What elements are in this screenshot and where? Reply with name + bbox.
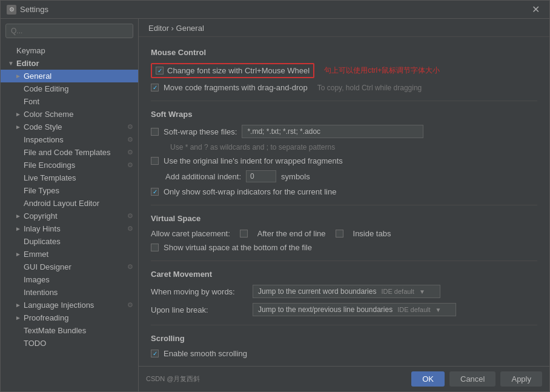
sidebar-item-color-scheme[interactable]: ► Color Scheme [1, 108, 138, 121]
sidebar-item-label: Keymap [16, 46, 45, 55]
sidebar-item-emmet[interactable]: ► Emmet [1, 248, 138, 261]
sidebar: Keymap ▼ Editor ► General Code Editing [1, 19, 139, 391]
sidebar-item-label: TextMate Bundles [24, 326, 86, 335]
checkbox-smooth-scrolling[interactable] [151, 350, 159, 357]
dropdown-suffix: IDE default [397, 306, 430, 313]
checkbox-original-indent-label: Use the original line's indent for wrapp… [164, 156, 343, 165]
annotation-text: 句上可以使用ctrl+鼠标调节字体大小 [324, 65, 440, 76]
checkbox-after-end-of-line[interactable] [240, 230, 248, 238]
soft-wrap-files-input[interactable] [242, 125, 423, 138]
sidebar-item-copyright[interactable]: ► Copyright ⚙ [1, 210, 138, 222]
cancel-button[interactable]: Cancel [449, 371, 495, 387]
search-input[interactable] [5, 24, 133, 38]
watermark: CSDN @月复西斜 [146, 374, 200, 384]
dropdown-value: Jump to the next/previous line boundarie… [258, 305, 393, 314]
breadcrumb-part2: General [176, 24, 204, 33]
dropdown-value: Jump to the current word boundaries [258, 287, 376, 296]
settings-panel: Mouse Control Change font size with Ctrl… [139, 37, 549, 366]
settings-icon: ⚙ [127, 123, 133, 131]
checkbox-soft-wrap-indicators[interactable] [151, 188, 159, 196]
titlebar: ⚙ Settings ✕ [1, 1, 549, 19]
sidebar-item-label: General [24, 71, 51, 81]
sidebar-item-keymap[interactable]: Keymap [1, 44, 138, 57]
sidebar-item-android-layout-editor[interactable]: Android Layout Editor [1, 197, 138, 210]
sidebar-item-label: TODO [24, 339, 46, 348]
additional-indent-input[interactable] [246, 170, 276, 182]
sidebar-item-textmate-bundles[interactable]: TextMate Bundles [1, 324, 138, 337]
checkbox-change-font-size-label: Change font size with Ctrl+Mouse Wheel [167, 66, 310, 75]
caret-row-2: Upon line break: Jump to the next/previo… [151, 303, 537, 316]
checkbox-inside-tabs[interactable] [336, 230, 343, 238]
sidebar-item-live-templates[interactable]: Live Templates [1, 171, 138, 184]
upon-line-break-dropdown[interactable]: Jump to the next/previous line boundarie… [253, 303, 456, 316]
sidebar-item-duplicates[interactable]: Duplicates [1, 235, 138, 248]
section-virtual-space-title: Virtual Space [151, 214, 537, 223]
sidebar-item-images[interactable]: Images [1, 273, 138, 286]
caret-row-1: When moving by words: Jump to the curren… [151, 285, 537, 298]
sidebar-item-label: Images [24, 275, 50, 284]
option-soft-wrap-indicators-row: Only show soft-wrap indicators for the c… [151, 187, 537, 196]
sidebar-item-proofreading[interactable]: ► Proofreading [1, 311, 138, 324]
checkbox-original-indent[interactable] [151, 157, 159, 165]
option-drag-drop-row: Move code fragments with drag-and-drop T… [151, 83, 537, 92]
main-content: Keymap ▼ Editor ► General Code Editing [1, 19, 549, 391]
settings-icon: ⚙ [127, 263, 133, 271]
sidebar-item-label: Code Style [24, 122, 62, 131]
symbols-label: symbols [281, 172, 310, 181]
sidebar-item-file-encodings[interactable]: File Encodings ⚙ [1, 159, 138, 171]
sidebar-item-inlay-hints[interactable]: ► Inlay Hints ⚙ [1, 222, 138, 235]
sidebar-item-label: Duplicates [24, 237, 61, 246]
sidebar-item-label: Copyright [24, 211, 58, 221]
settings-icon: ⚙ [127, 212, 133, 220]
sidebar-item-inspections[interactable]: Inspections ⚙ [1, 133, 138, 146]
apply-button[interactable]: Apply [500, 371, 542, 387]
app-icon: ⚙ [7, 5, 16, 15]
arrow-icon: ► [15, 73, 24, 79]
checkbox-smooth-scrolling-label: Enable smooth scrolling [164, 349, 247, 358]
option-change-font-size-row: Change font size with Ctrl+Mouse Wheel 句… [151, 63, 537, 78]
option-soft-wrap-row: Soft-wrap these files: [151, 125, 537, 138]
ok-button[interactable]: OK [411, 371, 445, 387]
arrow-icon: ► [15, 124, 24, 130]
close-button[interactable]: ✕ [528, 2, 543, 16]
settings-icon: ⚙ [127, 301, 133, 309]
window-title: Settings [20, 5, 528, 14]
checkbox-after-end-of-line-label: After the end of line [257, 229, 326, 238]
checkbox-drag-drop[interactable] [151, 84, 159, 91]
settings-icon: ⚙ [127, 136, 133, 144]
dropdown-arrow-icon: ▼ [436, 307, 442, 313]
sidebar-item-file-types[interactable]: File Types [1, 184, 138, 197]
sidebar-item-font[interactable]: Font [1, 95, 138, 108]
checkbox-soft-wrap[interactable] [151, 128, 159, 136]
sidebar-item-code-editing[interactable]: Code Editing [1, 82, 138, 95]
sidebar-item-label: Inspections [24, 135, 64, 144]
sidebar-item-editor[interactable]: ▼ Editor [1, 57, 138, 70]
sidebar-item-label: Editor [16, 59, 39, 68]
moving-by-words-dropdown[interactable]: Jump to the current word boundaries IDE … [253, 285, 440, 298]
checkbox-virtual-space-bottom[interactable] [151, 244, 159, 251]
additional-indent-row: Add additional indent: symbols [151, 170, 537, 182]
sidebar-item-label: Emmet [24, 250, 48, 259]
sidebar-item-code-style[interactable]: ► Code Style ⚙ [1, 121, 138, 133]
sidebar-item-label: Proofreading [24, 313, 68, 322]
sidebar-item-gui-designer[interactable]: GUI Designer ⚙ [1, 261, 138, 273]
sidebar-item-intentions[interactable]: Intentions [1, 286, 138, 299]
arrow-icon: ► [15, 213, 24, 219]
sidebar-item-language-injections[interactable]: ► Language Injections ⚙ [1, 299, 138, 311]
sidebar-item-file-and-code-templates[interactable]: File and Code Templates ⚙ [1, 146, 138, 159]
sidebar-item-label: Live Templates [24, 173, 76, 182]
section-soft-wraps-title: Soft Wraps [151, 110, 537, 119]
checkbox-soft-wrap-label: Soft-wrap these files: [164, 127, 237, 136]
settings-window: ⚙ Settings ✕ Keymap ▼ Editor [0, 0, 550, 392]
upon-line-break-label: Upon line break: [151, 305, 248, 314]
breadcrumb-separator: › [171, 24, 176, 33]
sidebar-item-todo[interactable]: TODO [1, 337, 138, 350]
sidebar-item-label: File Types [24, 186, 59, 195]
highlight-box: Change font size with Ctrl+Mouse Wheel [151, 63, 314, 78]
caret-placement-label: Allow caret placement: [151, 229, 230, 238]
arrow-icon: ▼ [8, 60, 16, 67]
checkbox-change-font-size[interactable] [156, 67, 164, 75]
moving-by-words-label: When moving by words: [151, 287, 248, 296]
sidebar-item-general[interactable]: ► General [1, 70, 138, 82]
checkbox-drag-drop-label: Move code fragments with drag-and-drop [164, 83, 308, 92]
